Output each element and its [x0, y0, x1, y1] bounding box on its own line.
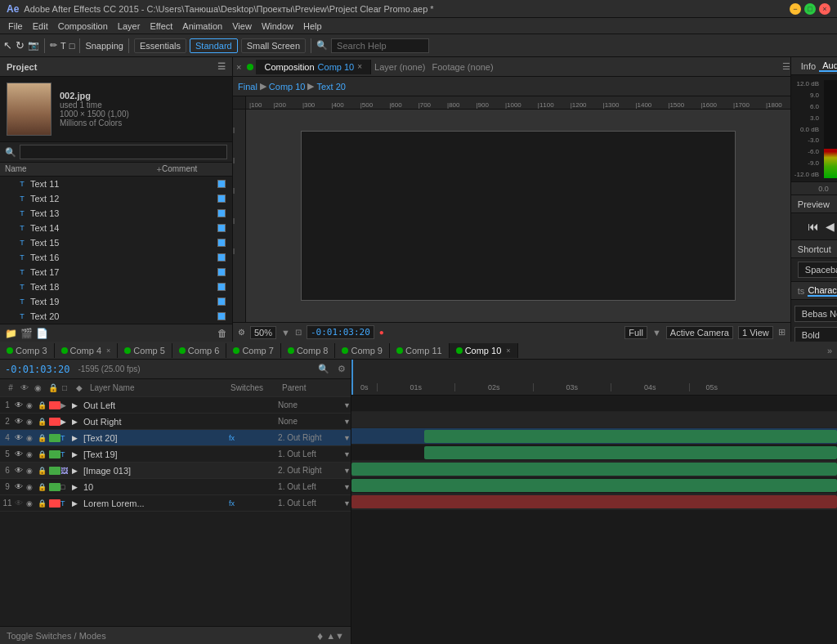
list-item[interactable]: T Text 18 — [0, 280, 232, 294]
menu-help[interactable]: Help — [298, 21, 327, 31]
close-tab-icon[interactable]: × — [357, 62, 362, 71]
new-comp-icon[interactable]: 🎬 — [20, 328, 33, 339]
menu-window[interactable]: Window — [257, 21, 298, 31]
quality-expand-icon[interactable]: ▼ — [652, 328, 661, 338]
lock-icon[interactable]: 🔒 — [38, 450, 49, 458]
tl-tab-comp3[interactable]: Comp 3 — [0, 343, 55, 358]
shortcut-dropdown[interactable]: Spacebar — [798, 262, 837, 278]
zoom-expand-icon[interactable]: ▼ — [281, 328, 290, 338]
parent-icon[interactable]: ▼ — [343, 418, 351, 426]
skip-to-start-button[interactable]: ⏮ — [806, 218, 821, 235]
views-label[interactable]: 1 View — [738, 326, 773, 339]
parent-icon[interactable]: ▼ — [343, 434, 351, 442]
list-item[interactable]: T Text 15 — [0, 235, 232, 250]
menu-animation[interactable]: Animation — [177, 21, 227, 31]
expand-icon[interactable]: ▶ — [72, 450, 83, 458]
pen-tool[interactable]: ✏ — [50, 40, 57, 51]
new-folder-icon[interactable]: 📁 — [5, 328, 17, 339]
fit-icon[interactable]: ⊡ — [295, 328, 302, 337]
timeline-timecode[interactable]: -0:01:03:20 — [5, 364, 69, 375]
lock-icon[interactable]: 🔒 — [38, 418, 49, 426]
tl-tab-comp4[interactable]: Comp 4 × — [55, 343, 119, 358]
table-row[interactable]: 2 👁 ◉ 🔒 ▶ ▶ Out Right None ▼ — [0, 414, 351, 430]
visibility-icon[interactable]: 👁 — [15, 400, 26, 409]
visibility-icon[interactable]: 👁 — [15, 499, 26, 508]
menu-edit[interactable]: Edit — [28, 21, 53, 31]
list-item[interactable]: T Text 20 — [0, 309, 232, 324]
add-marker-icon[interactable]: ♦ — [317, 629, 323, 642]
breadcrumb-text20[interactable]: Text 20 — [316, 82, 345, 92]
expand-icon[interactable]: ▶ — [72, 499, 83, 508]
tl-settings-icon[interactable]: ⚙ — [338, 364, 346, 374]
solo-icon[interactable]: ◉ — [26, 401, 38, 409]
essentials-btn[interactable]: Essentials — [134, 38, 186, 53]
rotation-tool[interactable]: ↻ — [16, 39, 25, 51]
list-item[interactable]: T Text 19 — [0, 294, 232, 309]
camera-tool[interactable]: 📷 — [28, 40, 39, 51]
tl-tab-comp10[interactable]: Comp 10 × — [450, 343, 518, 358]
audio-tab[interactable]: Audio — [819, 60, 837, 72]
visibility-icon[interactable]: 👁 — [15, 433, 26, 442]
maximize-button[interactable]: □ — [804, 3, 816, 15]
expand-icon[interactable]: ▶ — [72, 467, 83, 475]
lock-icon[interactable]: 🔒 — [38, 467, 49, 475]
visibility-icon[interactable]: 👁 — [15, 449, 26, 458]
tl-tab-comp11[interactable]: Comp 11 — [390, 343, 450, 358]
table-row[interactable]: 6 👁 ◉ 🔒 🖼 ▶ [Image 013] 2. Out Right ▼ — [0, 463, 351, 479]
search-input[interactable] — [331, 38, 429, 53]
visibility-icon[interactable]: 👁 — [15, 417, 26, 426]
comp-menu-icon[interactable]: ☰ — [782, 61, 790, 72]
small-screen-btn[interactable]: Small Screen — [241, 38, 306, 53]
menu-layer[interactable]: Layer — [113, 21, 145, 31]
solo-icon[interactable]: ◉ — [26, 434, 38, 442]
quality-label[interactable]: Full — [624, 326, 647, 339]
solo-icon[interactable]: ◉ — [26, 467, 38, 475]
lock-icon[interactable]: 🔒 — [38, 434, 49, 442]
step-back-button[interactable]: ◀ — [824, 218, 836, 235]
lock-icon[interactable]: 🔒 — [38, 483, 49, 491]
list-item[interactable]: T Text 14 — [0, 221, 232, 235]
project-search-input[interactable] — [20, 145, 227, 159]
font-style-select[interactable]: Bold — [794, 327, 837, 342]
tab-composition[interactable]: Composition Comp 10 × — [256, 60, 371, 74]
standard-btn[interactable]: Standard — [190, 38, 238, 53]
expand-icon[interactable]: ▶ — [72, 401, 83, 409]
close-tab-icon[interactable]: × — [506, 347, 510, 355]
parent-icon[interactable]: ▼ — [343, 499, 351, 508]
list-item[interactable]: T Text 17 — [0, 265, 232, 280]
menu-view[interactable]: View — [227, 21, 257, 31]
parent-icon[interactable]: ▼ — [343, 401, 351, 409]
visibility-icon[interactable]: 👁 — [15, 482, 26, 491]
shape-tool[interactable]: □ — [69, 41, 75, 51]
solo-icon[interactable]: ◉ — [26, 483, 38, 491]
zoom-in-icon[interactable]: ▲ — [326, 631, 335, 641]
tab-character[interactable]: Character — [808, 285, 837, 297]
table-row[interactable]: 1 👁 ◉ 🔒 ▶ ▶ Out Left None ▼ — [0, 397, 351, 414]
visibility-icon[interactable]: 👁 — [15, 466, 26, 475]
timecode-display[interactable]: -0:01:03:20 — [307, 325, 374, 339]
minimize-button[interactable]: − — [790, 3, 801, 15]
solo-icon[interactable]: ◉ — [26, 499, 38, 508]
tl-tab-comp6[interactable]: Comp 6 — [172, 343, 227, 358]
camera-label[interactable]: Active Camera — [666, 326, 733, 339]
list-item[interactable]: T Text 13 — [0, 206, 232, 221]
info-tab[interactable]: Info — [798, 61, 819, 71]
expand-icon[interactable]: ▶ — [72, 418, 83, 426]
list-item[interactable]: T Text 16 — [0, 250, 232, 265]
solo-icon[interactable]: ◉ — [26, 418, 38, 426]
project-menu-icon[interactable]: ☰ — [217, 61, 226, 72]
tl-tab-comp9[interactable]: Comp 9 — [335, 343, 390, 358]
close-tab-icon[interactable]: × — [106, 347, 110, 355]
solo-icon[interactable]: ◉ — [26, 450, 38, 458]
close-button[interactable]: × — [819, 3, 830, 15]
playback-settings-icon[interactable]: ⚙ — [238, 328, 245, 337]
timeline-overflow-icon[interactable]: » — [822, 346, 837, 356]
expand-icon[interactable]: ▶ — [72, 483, 83, 491]
close-panel-icon[interactable]: × — [233, 62, 244, 72]
parent-icon[interactable]: ▼ — [343, 450, 351, 458]
toggle-switches-label[interactable]: Toggle Switches / Modes — [7, 631, 106, 641]
table-row[interactable]: 11 👁 ◉ 🔒 T ▶ Lorem Lorem... fx 1. Out Le… — [0, 495, 351, 512]
record-icon[interactable]: ● — [379, 328, 384, 337]
parent-icon[interactable]: ▼ — [343, 467, 351, 475]
search-icon-tl[interactable]: 🔍 — [318, 364, 329, 374]
